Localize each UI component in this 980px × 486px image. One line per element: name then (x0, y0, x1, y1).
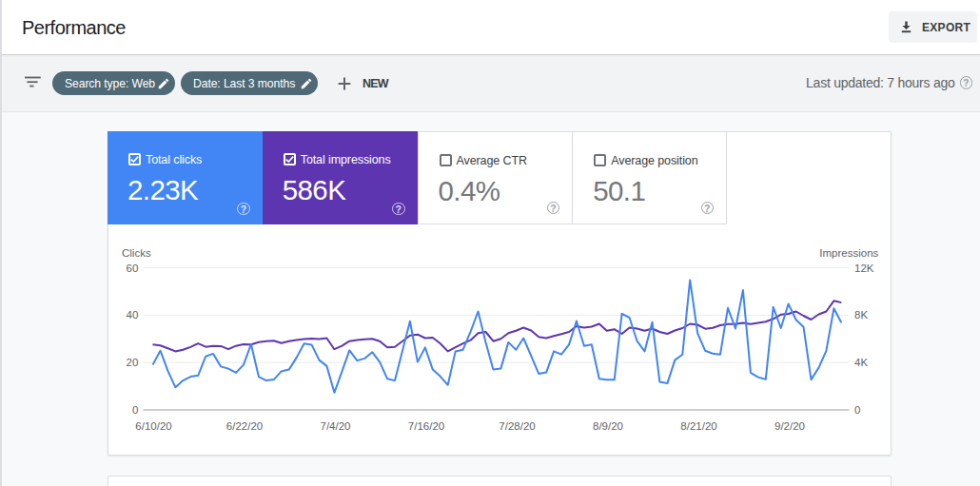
svg-text:20: 20 (127, 357, 139, 368)
svg-text:7/4/20: 7/4/20 (321, 420, 351, 432)
svg-text:0: 0 (854, 404, 860, 416)
svg-text:12K: 12K (854, 262, 874, 274)
svg-text:60: 60 (127, 262, 139, 274)
svg-text:6/22/20: 6/22/20 (226, 420, 263, 432)
svg-text:40: 40 (127, 309, 139, 321)
svg-text:4K: 4K (854, 357, 868, 368)
svg-text:Clicks: Clicks (122, 247, 151, 259)
svg-text:8/21/20: 8/21/20 (680, 420, 716, 432)
svg-text:9/2/20: 9/2/20 (774, 420, 805, 432)
svg-text:8K: 8K (854, 309, 868, 321)
svg-text:Impressions: Impressions (819, 247, 878, 259)
svg-text:6/10/20: 6/10/20 (135, 420, 171, 432)
svg-text:8/9/20: 8/9/20 (593, 420, 623, 432)
svg-text:7/16/20: 7/16/20 (408, 420, 444, 432)
svg-text:7/28/20: 7/28/20 (499, 420, 535, 432)
svg-text:0: 0 (132, 404, 138, 416)
